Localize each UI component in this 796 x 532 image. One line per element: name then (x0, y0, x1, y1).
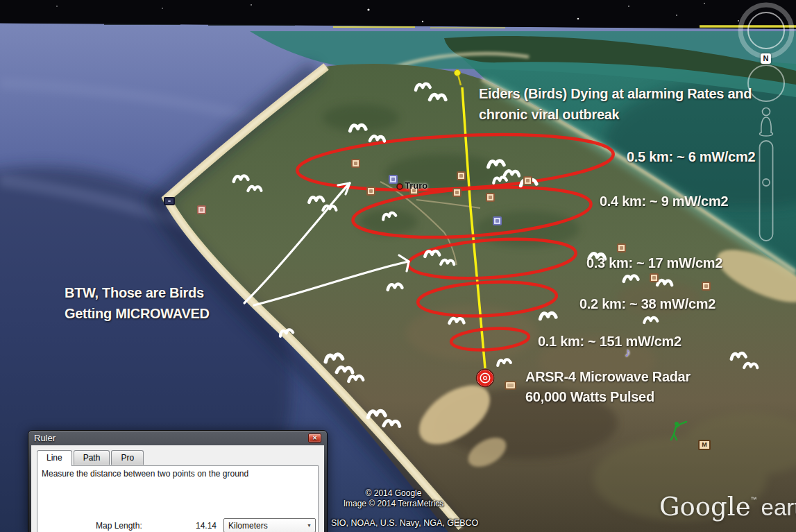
compass-north-badge[interactable]: N (761, 53, 771, 64)
attribution-line1: © 2014 Google (314, 488, 473, 499)
radar-line1: ARSR-4 Microwave Radar (525, 367, 691, 387)
ruler-tab-panel: Measure the distance between two points … (37, 465, 319, 532)
chevron-down-icon: ▼ (307, 523, 312, 528)
btw-annotation: BTW, Those are Birds Getting MICROWAVED (65, 282, 210, 324)
radar-site-marker[interactable] (477, 370, 494, 387)
ruler-dialog-title: Ruler (34, 433, 56, 443)
poi-icon[interactable] (650, 273, 659, 282)
ring-label-0-1km: 0.1 km: ~ 151 mW/cm2 (538, 331, 681, 352)
btw-line2: Getting MICROWAVED (65, 303, 210, 324)
attribution-line2: Image © 2014 TerraMetrics (314, 499, 473, 509)
poi-icon[interactable] (702, 282, 711, 291)
poi-icon[interactable] (617, 243, 626, 252)
placemark-sign-icon[interactable] (505, 381, 516, 390)
google-earth-logo: Google™earth (659, 492, 796, 522)
poi-icon[interactable] (389, 175, 398, 184)
ruler-dialog: Ruler ✕ Line Path Pro Measure the distan… (28, 430, 328, 532)
ring-label-0-2km: 0.2 km: ~ 38 mW/cm2 (579, 293, 715, 314)
ruler-tabs: Line Path Pro (37, 450, 145, 466)
google-earth-viewport[interactable]: ♪ M N Eiders (Birds) Dying at alarming R… (0, 0, 796, 532)
tab-pro[interactable]: Pro (111, 450, 144, 465)
radar-annotation: ARSR-4 Microwave Radar 60,000 Watts Puls… (525, 367, 691, 407)
poi-icon[interactable] (197, 205, 206, 214)
btw-line1: BTW, Those are Birds (65, 282, 210, 303)
map-length-label: Map Length: (96, 521, 142, 531)
headline-line1: Eiders (Birds) Dying at alarming Rates a… (479, 83, 752, 104)
headline-line2: chronic viral outbreak (479, 104, 752, 125)
attribution-line3: SIO, NOAA, U.S. Navy, NGA, GEBCO (331, 518, 478, 529)
unit-dropdown[interactable]: Kilometers ▼ (223, 518, 316, 532)
poi-icon[interactable] (452, 188, 461, 197)
ruler-dialog-titlebar[interactable]: Ruler ✕ (28, 431, 327, 445)
unit-dropdown-value: Kilometers (228, 521, 268, 531)
ruler-dialog-body: Line Path Pro Measure the distance betwe… (31, 445, 324, 532)
logo-tm-mark: ™ (751, 496, 757, 503)
annotation-headline: Eiders (Birds) Dying at alarming Rates a… (479, 83, 752, 125)
poi-icon[interactable] (366, 187, 375, 196)
poi-icon[interactable] (486, 193, 495, 202)
tab-line[interactable]: Line (37, 450, 72, 466)
truro-place-dot[interactable] (397, 184, 403, 189)
camera-poi-icon[interactable] (164, 197, 175, 205)
ring-label-0-4km: 0.4 km: ~ 9 mW/cm2 (600, 191, 728, 212)
ring-label-0-5km: 0.5 km: ~ 6 mW/cm2 (627, 146, 755, 167)
poi-icon[interactable] (523, 176, 532, 185)
poi-icon[interactable] (493, 216, 502, 225)
ring-label-0-3km: 0.3 km: ~ 17 mW/cm2 (586, 252, 722, 273)
logo-google-text: Google (659, 492, 751, 522)
radar-line2: 60,000 Watts Pulsed (525, 387, 691, 407)
map-attribution: © 2014 Google Image © 2014 TerraMetrics (314, 488, 473, 509)
logo-earth-text: earth (761, 495, 796, 520)
museum-icon[interactable]: M (698, 440, 711, 450)
map-length-value: 14.14 (169, 521, 217, 531)
close-button[interactable]: ✕ (308, 434, 321, 443)
ruler-description: Measure the distance between two points … (42, 469, 248, 479)
poi-icon[interactable] (351, 159, 360, 168)
truro-place-label[interactable]: Truro (405, 180, 427, 191)
poi-icon[interactable] (457, 171, 466, 180)
tab-path[interactable]: Path (74, 450, 110, 465)
